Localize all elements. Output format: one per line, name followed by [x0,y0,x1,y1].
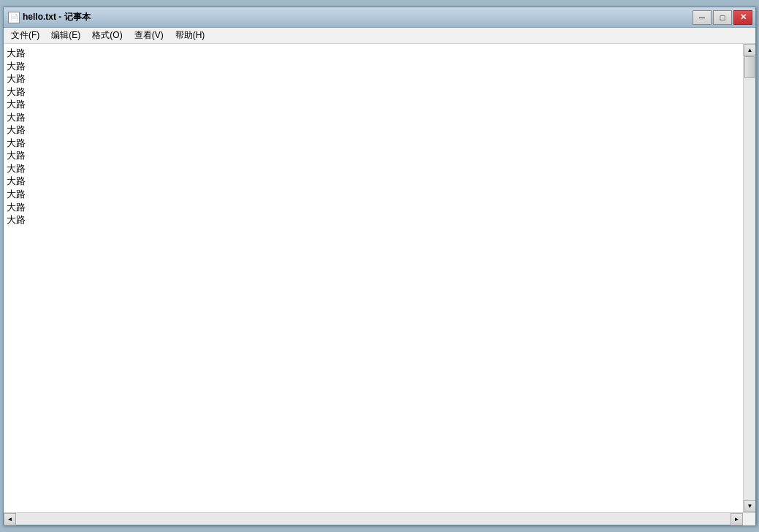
scroll-thumb-v[interactable] [744,56,755,78]
maximize-button[interactable]: □ [713,10,732,25]
scroll-left-button[interactable]: ◄ [4,513,16,525]
close-button[interactable]: ✕ [733,10,752,25]
text-editor[interactable]: 大路 大路 大路 大路 大路 大路 大路 大路 大路 大路 大路 大路 大路 大… [4,44,743,512]
title-bar-left: 📄 hello.txt - 记事本 [8,11,91,23]
scroll-track-v[interactable] [744,56,755,500]
scroll-down-button[interactable]: ▼ [744,500,755,512]
minimize-button[interactable]: ─ [693,10,712,25]
title-buttons: ─ □ ✕ [693,10,752,25]
title-bar: 📄 hello.txt - 记事本 ─ □ ✕ [4,7,755,28]
menu-file[interactable]: 文件(F) [5,28,45,43]
window-title: hello.txt - 记事本 [23,11,91,23]
app-icon: 📄 [8,12,20,23]
menu-help[interactable]: 帮助(H) [169,28,211,43]
scroll-track-h[interactable] [16,513,731,525]
horizontal-scrollbar[interactable]: ◄ ► [4,512,755,525]
menu-bar: 文件(F) 编辑(E) 格式(O) 查看(V) 帮助(H) [4,28,755,44]
vertical-scrollbar[interactable]: ▲ ▼ [743,44,755,512]
menu-format[interactable]: 格式(O) [86,28,128,43]
notepad-window: 📄 hello.txt - 记事本 ─ □ ✕ 文件(F) 编辑(E) 格式(O… [3,7,756,525]
menu-edit[interactable]: 编辑(E) [45,28,86,43]
scroll-up-button[interactable]: ▲ [744,44,755,56]
editor-area: 大路 大路 大路 大路 大路 大路 大路 大路 大路 大路 大路 大路 大路 大… [4,44,755,512]
menu-view[interactable]: 查看(V) [129,28,169,43]
scroll-corner [743,513,755,525]
scroll-right-button[interactable]: ► [731,513,743,525]
